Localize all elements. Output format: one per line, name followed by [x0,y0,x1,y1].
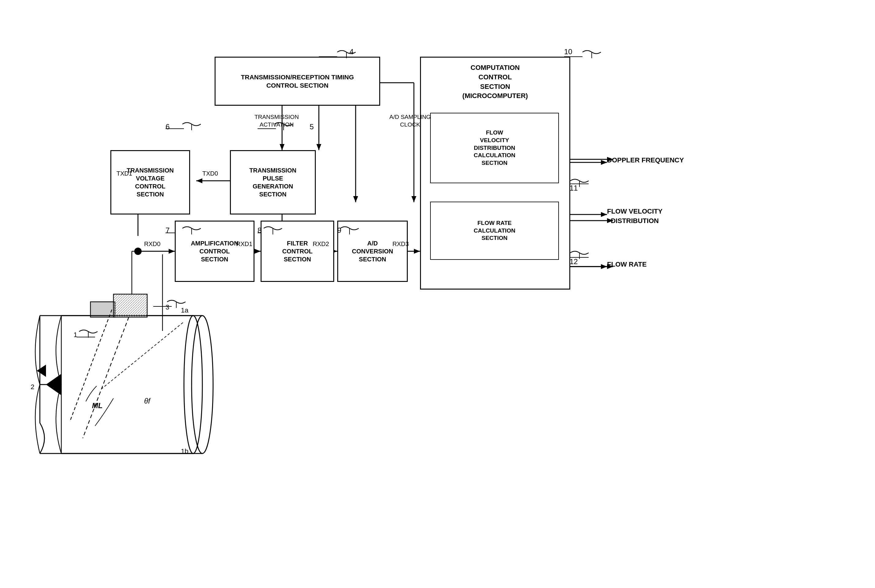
flow-ref-2: 2 [31,383,35,391]
ad-sampling-clock-label: A/D SAMPLING CLOCK [389,113,431,128]
tx-voltage-block: TRANSMISSION VOLTAGE CONTROL SECTION [110,150,190,214]
transmission-activation-label: TRANSMISSION ACTIVATION [254,113,299,128]
txd1-label: TXD1 [116,170,132,177]
svg-marker-47 [37,364,46,377]
amplification-block: AMPLIFICATION CONTROL SECTION [175,220,254,282]
rxd2-label: RXD2 [313,240,329,248]
rxd0-label: RXD0 [144,240,160,248]
ref-8: 8 [257,226,262,235]
ref-4: 4 [349,48,353,56]
svg-marker-42 [412,196,416,202]
theta-label: θf [144,397,150,405]
svg-marker-1 [280,144,284,150]
flow-rate-inner-block: FLOW RATE CALCULATION SECTION [430,202,559,260]
rxd3-label: RXD3 [392,240,409,248]
ref-11: 11 [570,184,578,192]
svg-marker-17 [414,249,420,254]
transducer-ref-3: 3 [165,303,169,311]
flow-rate-output-label: FLOW RATE [607,261,646,268]
pipe-diagram [31,285,215,500]
ref-10: 10 [564,48,573,56]
svg-marker-40 [316,144,321,150]
ad-conversion-block: A/D CONVERSION SECTION [337,220,408,282]
ref-6: 6 [165,123,170,131]
flow-velocity-inner-block: FLOW VELOCITY DISTRIBUTION CALCULATION S… [430,113,559,183]
ml-label: ML [92,401,103,410]
svg-marker-3 [353,196,358,202]
svg-line-52 [71,309,112,420]
pipe-bottom-ref-1b: 1b [181,447,188,455]
diagram: TRANSMISSION/RECEPTION TIMING CONTROL SE… [0,0,875,588]
pipe-ref-1: 1 [74,331,77,339]
svg-marker-7 [196,178,202,183]
svg-marker-23 [601,264,607,269]
ref-12: 12 [570,257,578,266]
timing-control-block: TRANSMISSION/RECEPTION TIMING CONTROL SE… [215,57,380,106]
doppler-frequency-label: DOPPLER FREQUENCY [607,156,684,164]
svg-point-50 [184,316,202,453]
ref-9: 9 [337,226,341,235]
svg-point-11 [134,248,141,255]
filter-block: FILTER CONTROL SECTION [261,220,334,282]
svg-marker-21 [601,212,607,217]
svg-marker-13 [254,249,261,254]
svg-marker-10 [168,249,175,254]
computation-control-outer: COMPUTATION CONTROL SECTION (MICROCOMPUT… [420,57,570,290]
flow-velocity-distribution-label: FLOW VELOCITY DISTRIBUTION [607,207,663,226]
svg-rect-51 [90,302,115,317]
svg-marker-19 [601,160,607,165]
txd0-label: TXD0 [202,170,218,177]
ref-7: 7 [165,226,170,235]
pipe-top-ref-1a: 1a [181,306,188,314]
ref-5: 5 [310,123,314,131]
tx-pulse-block: TRANSMISSION PULSE GENERATION SECTION [230,150,316,214]
rxd1-label: RXD1 [236,240,252,248]
